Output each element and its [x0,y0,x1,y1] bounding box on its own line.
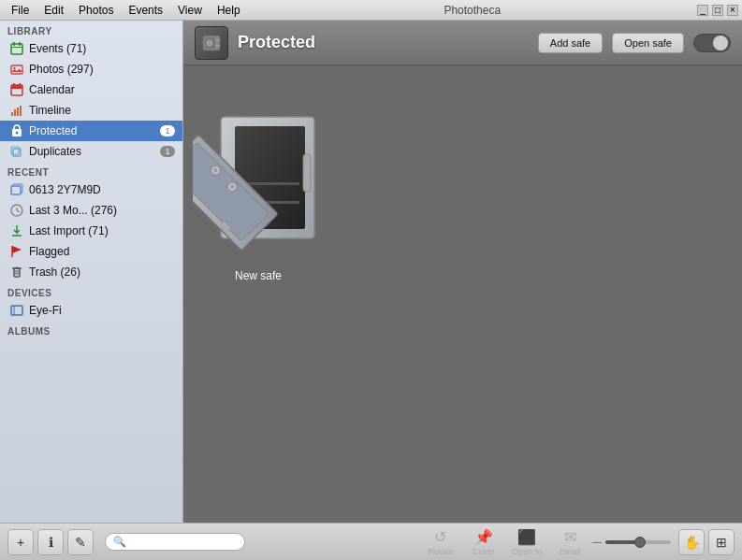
slider-thumb[interactable] [634,537,646,548]
hand-icon: ✋ [684,535,700,550]
protected-label: Protected [29,124,160,137]
maximize-button[interactable]: □ [712,5,723,16]
last3-icon [9,203,24,218]
search-box: 🔍 [105,533,245,551]
rotate-button[interactable]: ↺ Rotate [422,526,459,558]
album1-label: 0613 2Y7M9D [29,183,175,196]
menu-file[interactable]: File [4,2,36,19]
duplicates-badge: 1 [160,146,175,157]
duplicates-label: Duplicates [29,145,160,158]
fit-screen-button[interactable]: ⊞ [708,529,735,555]
add-button[interactable]: + [7,529,34,555]
protected-badge: 1 [160,125,175,136]
svg-rect-7 [11,85,22,89]
photos-label: Photos (297) [29,63,175,76]
add-safe-button[interactable]: Add safe [538,33,603,53]
info-button[interactable]: ℹ [37,529,64,555]
content-header: Protected Add safe Open safe [183,21,742,65]
edit-icon: ✎ [75,535,86,550]
open-safe-button[interactable]: Open safe [612,33,684,53]
timeline-label: Timeline [29,104,175,117]
close-button[interactable]: × [727,5,738,16]
lastimport-label: Last Import (71) [29,224,175,237]
library-header: LIBRARY [0,21,182,38]
content-title: Protected [238,33,529,52]
slider-track[interactable] [605,540,671,544]
toolbar: + ℹ ✎ 🔍 ↺ Rotate 📌 Cover ⬛ Open In ✉ [0,523,742,560]
cover-label: Cover [473,547,495,556]
safe-svg [193,103,324,262]
email-label: Email [560,547,581,556]
sidebar-item-trash[interactable]: Trash (26) [0,262,182,282]
sidebar-item-timeline[interactable]: Timeline [0,100,182,121]
protected-icon [9,123,24,138]
info-icon: ℹ [49,535,53,550]
sidebar-item-photos[interactable]: Photos (297) [0,59,182,79]
email-button[interactable]: ✉ Email [551,526,589,558]
svg-rect-4 [11,65,22,74]
safe-label: New safe [235,269,282,282]
main-layout: LIBRARY Events (71) Photos (297) Calenda… [0,21,742,523]
safe-item[interactable]: New safe [202,103,314,282]
open-in-button[interactable]: ⬛ Open In [508,526,546,558]
svg-rect-50 [303,154,311,192]
sidebar-item-lastimport[interactable]: Last Import (71) [0,221,182,241]
last3mo-label: Last 3 Mo... (276) [29,204,175,217]
menu-view[interactable]: View [170,2,210,19]
timeline-icon [9,103,24,118]
sidebar-item-calendar[interactable]: Calendar [0,79,182,100]
header-safe-icon [195,26,228,60]
album-icon [9,182,24,197]
svg-rect-9 [19,83,21,87]
open-in-icon: ⬛ [517,528,536,546]
search-input[interactable] [130,537,242,548]
eyefi-icon [9,303,24,318]
cover-button[interactable]: 📌 Cover [465,526,502,558]
sidebar-item-events[interactable]: Events (71) [0,38,182,59]
devices-header: DEVICES [0,282,182,300]
minimize-button[interactable]: _ [697,5,708,16]
svg-rect-34 [215,39,220,41]
open-in-label: Open In [512,547,542,556]
slider-fill [605,540,638,544]
app-title: Phototheca [248,4,697,17]
menu-photos[interactable]: Photos [71,2,121,19]
svg-rect-16 [13,149,21,156]
events-icon [9,41,24,56]
toggle-switch[interactable] [693,34,731,52]
trash-icon [9,265,24,280]
menu-events[interactable]: Events [121,2,170,19]
eyefi-label: Eye-Fi [29,304,175,317]
edit-button[interactable]: ✎ [67,529,94,555]
menu-edit[interactable]: Edit [36,2,71,19]
sidebar-item-protected[interactable]: Protected 1 [0,121,182,141]
svg-rect-12 [17,108,19,116]
svg-rect-11 [14,109,16,116]
svg-point-5 [13,67,15,69]
cover-icon: 📌 [474,528,493,546]
sidebar-item-album1[interactable]: 0613 2Y7M9D [0,179,182,200]
content-body: New safe [183,65,742,523]
svg-marker-23 [12,246,22,253]
calendar-icon [9,82,24,97]
hand-tool-button[interactable]: ✋ [678,529,705,555]
duplicates-icon [9,144,24,159]
sidebar-item-duplicates[interactable]: Duplicates 1 [0,141,182,162]
svg-rect-13 [20,106,22,116]
fit-screen-icon: ⊞ [716,535,727,550]
svg-rect-30 [11,306,22,315]
svg-point-15 [16,132,19,135]
window-controls: _ □ × [697,5,738,16]
trash-label: Trash (26) [29,266,175,279]
photos-icon [9,62,24,77]
sidebar-item-last3mo[interactable]: Last 3 Mo... (276) [0,200,182,221]
svg-rect-0 [11,44,22,54]
svg-line-21 [17,210,20,212]
sidebar-item-eyefi[interactable]: Eye-Fi [0,300,182,321]
zoom-slider[interactable]: — [592,537,671,547]
content-area: Protected Add safe Open safe [183,21,742,523]
sidebar-item-flagged[interactable]: Flagged [0,241,182,262]
menu-help[interactable]: Help [210,2,248,19]
svg-rect-2 [19,42,21,46]
svg-rect-10 [11,112,13,116]
